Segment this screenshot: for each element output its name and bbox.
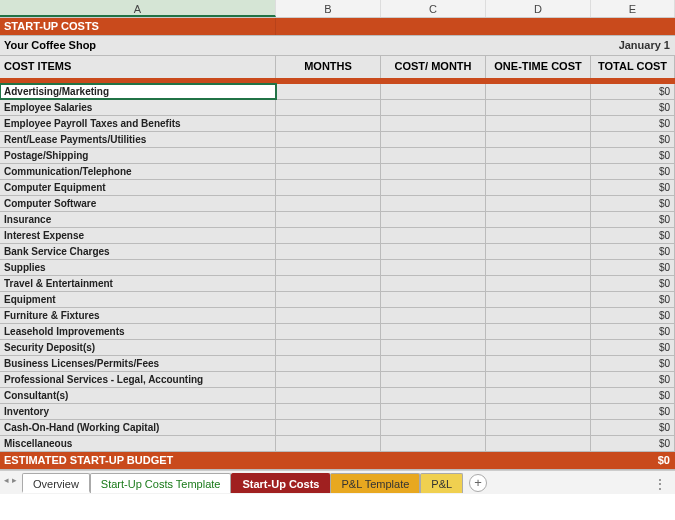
cell[interactable] [276, 404, 381, 419]
cell[interactable] [486, 308, 591, 323]
cell[interactable] [381, 324, 486, 339]
cell[interactable] [381, 132, 486, 147]
tab-overview[interactable]: Overview [22, 473, 90, 493]
total-cost-cell[interactable]: $0 [591, 196, 675, 211]
cost-item-label[interactable]: Supplies [0, 260, 276, 275]
cell[interactable] [276, 244, 381, 259]
total-cost-cell[interactable]: $0 [591, 436, 675, 451]
cell[interactable] [486, 148, 591, 163]
total-cost-cell[interactable]: $0 [591, 164, 675, 179]
total-cost-cell[interactable]: $0 [591, 404, 675, 419]
cell[interactable] [276, 180, 381, 195]
total-cost-cell[interactable]: $0 [591, 324, 675, 339]
cost-item-label[interactable]: Rent/Lease Payments/Utilities [0, 132, 276, 147]
business-name-cell[interactable]: Your Coffee Shop [0, 36, 276, 55]
total-cost-cell[interactable]: $0 [591, 132, 675, 147]
total-cost-cell[interactable]: $0 [591, 148, 675, 163]
total-cost-cell[interactable]: $0 [591, 244, 675, 259]
header-one-time[interactable]: ONE-TIME COST [486, 56, 591, 78]
cost-item-label[interactable]: Inventory [0, 404, 276, 419]
header-cost-month[interactable]: COST/ MONTH [381, 56, 486, 78]
cell[interactable] [486, 180, 591, 195]
cell[interactable] [486, 356, 591, 371]
cell[interactable] [276, 260, 381, 275]
cell[interactable] [276, 228, 381, 243]
cell[interactable] [276, 436, 381, 451]
cell[interactable] [486, 84, 591, 99]
cell[interactable] [381, 148, 486, 163]
cost-item-label[interactable]: Cash-On-Hand (Working Capital) [0, 420, 276, 435]
total-cost-cell[interactable]: $0 [591, 340, 675, 355]
cost-item-label[interactable]: Professional Services - Legal, Accountin… [0, 372, 276, 387]
total-cost-cell[interactable]: $0 [591, 180, 675, 195]
cell[interactable] [381, 116, 486, 131]
cost-item-label[interactable]: Bank Service Charges [0, 244, 276, 259]
cell[interactable] [381, 228, 486, 243]
tab-nav-arrows[interactable]: ◂ ▸ [4, 475, 17, 485]
cost-item-label[interactable]: Security Deposit(s) [0, 340, 276, 355]
cost-item-label[interactable]: Employee Payroll Taxes and Benefits [0, 116, 276, 131]
cell[interactable] [276, 164, 381, 179]
total-cost-cell[interactable]: $0 [591, 308, 675, 323]
cell[interactable] [381, 356, 486, 371]
cell[interactable] [381, 388, 486, 403]
cell[interactable] [276, 100, 381, 115]
cell[interactable] [486, 404, 591, 419]
date-cell[interactable]: January 1 [591, 36, 675, 55]
total-cost-cell[interactable]: $0 [591, 420, 675, 435]
total-cost-cell[interactable]: $0 [591, 228, 675, 243]
cell[interactable] [381, 436, 486, 451]
total-cost-cell[interactable]: $0 [591, 388, 675, 403]
cost-item-label[interactable]: Interest Expense [0, 228, 276, 243]
total-cost-cell[interactable]: $0 [591, 372, 675, 387]
tab-pl[interactable]: P&L [420, 473, 463, 493]
cell[interactable] [381, 276, 486, 291]
footer-label[interactable]: ESTIMATED START-UP BUDGET [0, 452, 276, 469]
cell[interactable] [276, 340, 381, 355]
cell[interactable] [381, 340, 486, 355]
cost-item-label[interactable]: Travel & Entertainment [0, 276, 276, 291]
tab-more-icon[interactable]: ⋮ [654, 477, 667, 491]
cell[interactable] [276, 388, 381, 403]
cell[interactable] [276, 116, 381, 131]
cost-item-label[interactable]: Consultant(s) [0, 388, 276, 403]
cell[interactable] [276, 148, 381, 163]
cell[interactable] [486, 228, 591, 243]
header-cost-items[interactable]: COST ITEMS [0, 56, 276, 78]
title-cell[interactable]: START-UP COSTS [0, 18, 276, 35]
cell[interactable] [381, 212, 486, 227]
cell[interactable] [486, 100, 591, 115]
cell[interactable] [381, 404, 486, 419]
tab-pl-template[interactable]: P&L Template [330, 473, 420, 493]
cell[interactable] [276, 84, 381, 99]
cell[interactable] [486, 164, 591, 179]
cell[interactable] [486, 292, 591, 307]
cell[interactable] [486, 196, 591, 211]
header-months[interactable]: MONTHS [276, 56, 381, 78]
cell[interactable] [486, 420, 591, 435]
cell[interactable] [276, 196, 381, 211]
cost-item-label[interactable]: Miscellaneous [0, 436, 276, 451]
cell[interactable] [276, 372, 381, 387]
col-header-b[interactable]: B [276, 0, 381, 17]
cell[interactable] [276, 132, 381, 147]
col-header-e[interactable]: E [591, 0, 675, 17]
cost-item-label[interactable]: Employee Salaries [0, 100, 276, 115]
cell[interactable] [381, 372, 486, 387]
cell[interactable] [381, 84, 486, 99]
cell[interactable] [381, 244, 486, 259]
cell[interactable] [381, 308, 486, 323]
total-cost-cell[interactable]: $0 [591, 100, 675, 115]
cell[interactable] [486, 436, 591, 451]
cell[interactable] [276, 212, 381, 227]
header-total[interactable]: TOTAL COST [591, 56, 675, 78]
cell[interactable] [486, 372, 591, 387]
cost-item-label[interactable]: Postage/Shipping [0, 148, 276, 163]
total-cost-cell[interactable]: $0 [591, 356, 675, 371]
tab-startup-costs-template[interactable]: Start-Up Costs Template [90, 473, 232, 493]
cell[interactable] [381, 420, 486, 435]
cell[interactable] [276, 292, 381, 307]
cost-item-label[interactable]: Computer Software [0, 196, 276, 211]
cell[interactable] [276, 324, 381, 339]
cell[interactable] [381, 292, 486, 307]
